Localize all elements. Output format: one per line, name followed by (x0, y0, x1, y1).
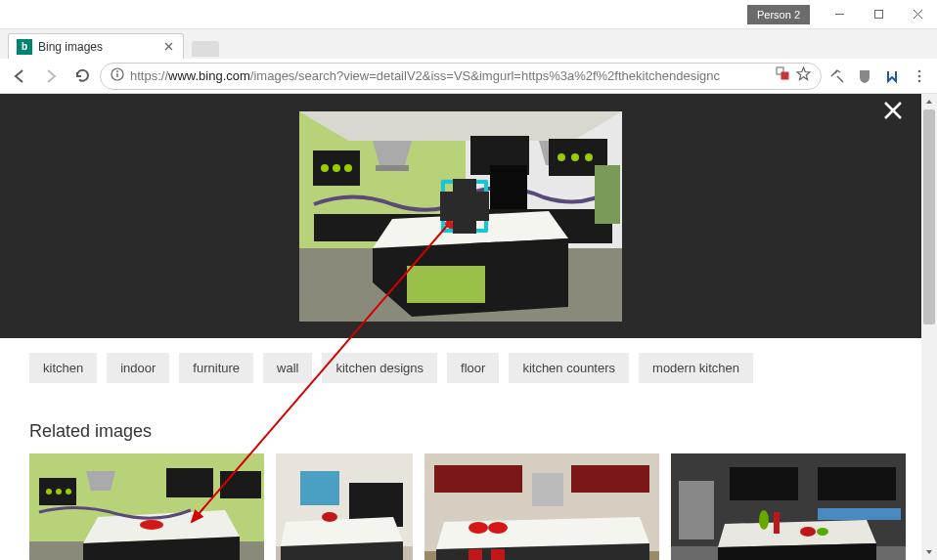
svg-rect-72 (491, 549, 505, 560)
profile-badge[interactable]: Person 2 (747, 5, 810, 24)
svg-point-29 (571, 153, 579, 161)
svg-point-13 (918, 79, 921, 82)
svg-marker-59 (281, 517, 403, 546)
back-button[interactable] (6, 63, 33, 90)
related-thumb-2[interactable] (276, 453, 413, 560)
svg-point-82 (800, 527, 816, 537)
svg-rect-56 (300, 471, 339, 505)
bing-favicon: b (17, 39, 32, 55)
browser-tab[interactable]: b Bing images (8, 33, 184, 59)
url-text: https://www.bing.com/images/search?view=… (130, 68, 770, 83)
scroll-up-arrow[interactable] (921, 94, 937, 109)
chip-kitchen[interactable]: kitchen (29, 353, 97, 383)
svg-rect-51 (166, 468, 213, 497)
svg-rect-76 (730, 467, 798, 500)
svg-marker-18 (299, 111, 622, 141)
svg-point-83 (817, 528, 828, 536)
svg-point-54 (140, 520, 163, 530)
svg-point-70 (488, 522, 508, 534)
chip-kitchen-counters[interactable]: kitchen counters (509, 353, 629, 383)
tab-strip: b Bing images (0, 29, 937, 59)
svg-marker-79 (718, 520, 876, 547)
svg-point-28 (558, 153, 565, 161)
svg-point-8 (116, 70, 118, 72)
image-detail-pane (0, 94, 921, 338)
related-images-row (29, 453, 906, 560)
svg-rect-33 (490, 165, 527, 209)
svg-point-12 (918, 74, 921, 77)
tab-title: Bing images (38, 40, 156, 54)
related-thumb-1[interactable] (29, 453, 264, 560)
svg-point-69 (468, 522, 488, 534)
svg-rect-65 (571, 465, 649, 493)
svg-point-49 (56, 489, 62, 495)
menu-button[interactable] (908, 65, 931, 88)
chip-floor[interactable]: floor (447, 353, 499, 383)
svg-marker-19 (373, 141, 412, 165)
reload-button[interactable] (68, 63, 96, 90)
svg-point-25 (344, 164, 352, 172)
svg-point-11 (918, 69, 921, 72)
svg-point-81 (759, 510, 769, 530)
tab-close-button[interactable] (161, 40, 175, 54)
page-content: kitchen indoor furniture wall kitchen de… (0, 94, 937, 560)
svg-point-30 (585, 153, 593, 161)
svg-rect-10 (781, 72, 788, 79)
chip-modern-kitchen[interactable]: modern kitchen (639, 353, 753, 383)
chip-furniture[interactable]: furniture (179, 353, 253, 383)
svg-rect-77 (818, 467, 896, 500)
chip-kitchen-designs[interactable]: kitchen designs (322, 353, 437, 383)
tag-chips: kitchen indoor furniture wall kitchen de… (29, 353, 908, 383)
extension-ublock-icon[interactable] (853, 65, 876, 88)
chip-indoor[interactable]: indoor (107, 353, 169, 383)
svg-rect-75 (679, 481, 714, 539)
forward-button (37, 63, 65, 90)
minimize-button[interactable] (820, 0, 859, 28)
extension-icon-1[interactable] (825, 65, 849, 88)
svg-rect-66 (532, 473, 563, 506)
svg-rect-52 (220, 471, 261, 498)
new-tab-button[interactable] (192, 41, 219, 57)
related-images-heading: Related images (29, 421, 152, 442)
window-titlebar: Person 2 (0, 0, 937, 29)
close-detail-button[interactable] (882, 100, 904, 125)
svg-point-48 (46, 489, 52, 495)
svg-point-50 (66, 489, 71, 495)
bookmark-star-icon[interactable] (796, 66, 811, 85)
svg-point-23 (321, 164, 329, 172)
info-icon (111, 67, 124, 85)
svg-rect-78 (818, 508, 901, 520)
svg-rect-84 (774, 512, 780, 534)
related-thumb-3[interactable] (424, 453, 659, 560)
window-close-button[interactable] (898, 0, 937, 28)
vertical-scrollbar[interactable] (921, 94, 937, 560)
svg-rect-36 (407, 266, 485, 303)
svg-point-61 (322, 512, 337, 522)
extension-icon-3[interactable] (880, 65, 904, 88)
svg-rect-1 (874, 11, 882, 19)
svg-rect-20 (376, 165, 409, 171)
chip-wall[interactable]: wall (263, 353, 312, 383)
svg-marker-53 (86, 471, 115, 491)
svg-point-24 (333, 164, 340, 172)
svg-rect-40 (595, 165, 620, 224)
svg-rect-71 (468, 549, 482, 560)
browser-toolbar: https://www.bing.com/images/search?view=… (0, 59, 937, 94)
address-bar[interactable]: https://www.bing.com/images/search?view=… (100, 63, 822, 90)
translate-icon[interactable] (776, 66, 790, 85)
svg-rect-64 (434, 465, 522, 493)
scroll-thumb[interactable] (923, 109, 935, 324)
scroll-down-arrow[interactable] (921, 544, 937, 560)
related-thumb-4[interactable] (671, 453, 906, 560)
maximize-button[interactable] (859, 0, 898, 28)
visual-search-box[interactable] (441, 180, 488, 233)
main-image[interactable] (299, 111, 622, 322)
